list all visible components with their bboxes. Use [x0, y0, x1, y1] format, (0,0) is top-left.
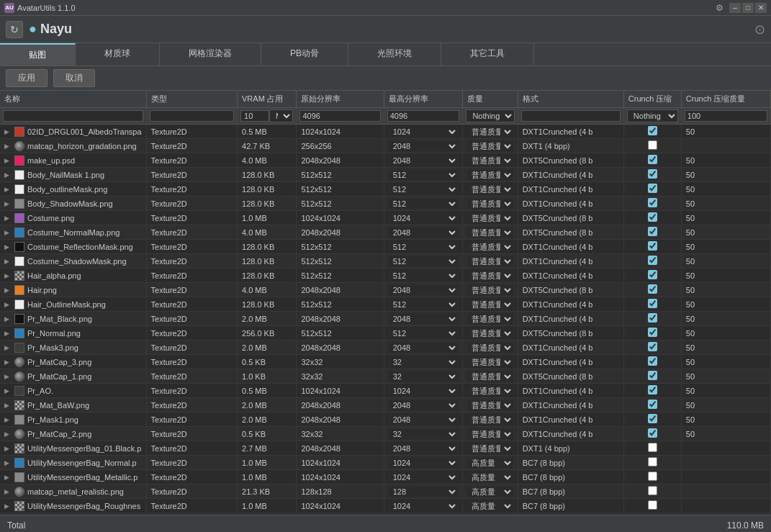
cell-max-res[interactable]: 3264128256512102420484096 — [384, 153, 463, 168]
quality-select[interactable]: 普通质量高质量低质量 — [467, 285, 513, 295]
table-row[interactable]: ▶Hair_alpha.pngTexture2D128.0 KB512x5123… — [0, 269, 771, 283]
crunch-checkbox[interactable] — [648, 140, 657, 150]
minimize-button[interactable]: – — [729, 3, 741, 13]
cell-max-res[interactable]: 3264128256512102420484096 — [384, 484, 463, 499]
cell-max-res[interactable]: 3264128256512102420484096 — [384, 427, 463, 441]
max-res-select[interactable]: 3264128256512102420484096 — [389, 314, 459, 324]
cell-quality[interactable]: 普通质量高质量低质量 — [463, 326, 518, 341]
table-row[interactable]: ▶UtilityMessengerBag_01.Black.pTexture2D… — [0, 441, 771, 456]
table-row[interactable]: ▶Pr_MatCap_2.pngTexture2D0.5 KB32x323264… — [0, 427, 771, 441]
max-res-select[interactable]: 3264128256512102420484096 — [389, 501, 459, 511]
filter-name[interactable] — [0, 108, 146, 125]
table-row[interactable]: ▶UtilityMessengerBag_Normal.pTexture2D1.… — [0, 456, 771, 470]
quality-select[interactable]: 普通质量高质量低质量 — [467, 184, 513, 194]
cell-quality[interactable]: 普通质量高质量低质量 — [463, 211, 518, 225]
cell-max-res[interactable]: 3264128256512102420484096 — [384, 398, 463, 412]
crunch-checkbox[interactable] — [648, 198, 657, 207]
cell-max-res[interactable]: 3264128256512102420484096 — [384, 456, 463, 470]
close-button[interactable]: ✕ — [755, 3, 767, 13]
cell-crunch[interactable] — [623, 182, 681, 197]
expand-arrow[interactable]: ▶ — [4, 157, 12, 164]
cell-crunch[interactable] — [623, 297, 681, 312]
filter-crunch[interactable]: NothingCrunch — [623, 108, 681, 125]
expand-arrow[interactable]: ▶ — [4, 430, 12, 438]
crunch-checkbox[interactable] — [648, 356, 657, 366]
cell-quality[interactable]: 普通质量高质量低质量 — [463, 456, 518, 470]
max-res-select[interactable]: 3264128256512102420484096 — [389, 155, 459, 166]
cell-quality[interactable]: 普通质量高质量低质量 — [463, 153, 518, 168]
quality-select[interactable]: 普通质量高质量低质量 — [467, 242, 513, 252]
cell-quality[interactable]: 普通质量高质量低质量 — [463, 297, 518, 312]
cell-max-res[interactable]: 3264128256512102420484096 — [384, 125, 463, 139]
max-res-select[interactable]: 3264128256512102420484096 — [389, 472, 459, 482]
expand-arrow[interactable]: ▶ — [4, 315, 12, 323]
table-row[interactable]: ▶UtilityMessengerBag_Metallic.pTexture2D… — [0, 470, 771, 484]
expand-arrow[interactable]: ▶ — [4, 474, 12, 481]
expand-arrow[interactable]: ▶ — [4, 258, 12, 265]
table-row[interactable]: ▶Costume_ShadowMask.pngTexture2D128.0 KB… — [0, 254, 771, 269]
crunch-checkbox[interactable] — [648, 256, 657, 265]
tab-材质球[interactable]: 材质球 — [76, 43, 160, 66]
cell-quality[interactable]: 普通质量高质量低质量 — [463, 182, 518, 197]
cell-quality[interactable]: 普通质量高质量低质量 — [463, 369, 518, 384]
table-row[interactable]: ▶Pr_Mat_BaW.pngTexture2D2.0 MB2048x20483… — [0, 398, 771, 412]
cell-max-res[interactable]: 3264128256512102420484096 — [384, 139, 463, 153]
cell-max-res[interactable]: 3264128256512102420484096 — [384, 384, 463, 398]
max-res-select[interactable]: 3264128256512102420484096 — [389, 343, 459, 353]
table-row[interactable]: ▶UtilityMessengerBag_RoughnesTexture2D1.… — [0, 499, 771, 513]
cell-quality[interactable]: 普通质量高质量低质量 — [463, 398, 518, 412]
tab-其它工具[interactable]: 其它工具 — [441, 43, 534, 66]
cell-crunch[interactable] — [623, 456, 681, 470]
crunch-checkbox[interactable] — [648, 472, 657, 481]
expand-arrow[interactable]: ▶ — [4, 215, 12, 222]
more-options-icon[interactable]: ⊙ — [754, 22, 765, 37]
cell-crunch[interactable] — [623, 427, 681, 441]
cell-max-res[interactable]: 3264128256512102420484096 — [384, 297, 463, 312]
cell-max-res[interactable]: 3264128256512102420484096 — [384, 470, 463, 484]
table-row[interactable]: ▶Costume_ReflectionMask.pngTexture2D128.… — [0, 240, 771, 254]
quality-select[interactable]: 普通质量高质量低质量 — [467, 256, 513, 266]
max-res-select[interactable]: 3264128256512102420484096 — [389, 386, 459, 396]
max-res-select[interactable]: 3264128256512102420484096 — [389, 127, 459, 137]
table-row[interactable]: ▶Hair_OutlineMask.pngTexture2D128.0 KB51… — [0, 297, 771, 312]
quality-select[interactable]: 普通质量高质量低质量 — [467, 400, 513, 410]
cell-quality[interactable]: 普通质量高质量低质量 — [463, 441, 518, 456]
cell-max-res[interactable]: 3264128256512102420484096 — [384, 182, 463, 197]
crunch-checkbox[interactable] — [648, 486, 657, 495]
quality-select[interactable]: 普通质量高质量低质量 — [467, 213, 513, 223]
cell-crunch[interactable] — [623, 225, 681, 240]
max-res-select[interactable]: 3264128256512102420484096 — [389, 400, 459, 410]
cell-max-res[interactable]: 3264128256512102420484096 — [384, 326, 463, 341]
cell-quality[interactable]: 普通质量高质量低质量 — [463, 470, 518, 484]
crunch-checkbox[interactable] — [648, 457, 657, 466]
cell-max-res[interactable]: 3264128256512102420484096 — [384, 355, 463, 369]
tab-光照环境[interactable]: 光照环境 — [348, 43, 441, 66]
apply-button[interactable]: 应用 — [6, 69, 48, 87]
filter-row[interactable]: MBKBNothing普通质量高质量低质量NothingCrunch — [0, 108, 771, 125]
crunch-checkbox[interactable] — [648, 184, 657, 193]
cancel-button[interactable]: 取消 — [53, 69, 95, 87]
crunch-checkbox[interactable] — [648, 126, 657, 135]
expand-arrow[interactable]: ▶ — [4, 243, 12, 251]
filter-vram[interactable]: MBKB — [238, 108, 297, 125]
cell-quality[interactable]: 普通质量高质量低质量 — [463, 125, 518, 139]
quality-select[interactable]: 普通质量高质量低质量 — [467, 487, 513, 497]
expand-arrow[interactable]: ▶ — [4, 301, 12, 308]
crunch-checkbox[interactable] — [648, 169, 657, 179]
cell-crunch[interactable] — [623, 125, 681, 139]
quality-select[interactable]: 普通质量高质量低质量 — [467, 314, 513, 324]
max-res-select[interactable]: 3264128256512102420484096 — [389, 213, 459, 223]
cell-max-res[interactable]: 3264128256512102420484096 — [384, 254, 463, 269]
cell-quality[interactable]: 普通质量高质量低质量 — [463, 139, 518, 153]
table-row[interactable]: ▶matcap_horizon_gradation.pngTexture2D42… — [0, 139, 771, 153]
quality-select[interactable]: 普通质量高质量低质量 — [467, 458, 513, 468]
table-row[interactable]: ▶Pr_Mask3.pngTexture2D2.0 MB2048x2048326… — [0, 341, 771, 355]
expand-arrow[interactable]: ▶ — [4, 229, 12, 236]
cell-max-res[interactable]: 3264128256512102420484096 — [384, 197, 463, 211]
quality-select[interactable]: 普通质量高质量低质量 — [467, 472, 513, 482]
max-res-select[interactable]: 3264128256512102420484096 — [389, 443, 459, 454]
filter-format[interactable] — [518, 108, 623, 125]
cell-quality[interactable]: 普通质量高质量低质量 — [463, 427, 518, 441]
cell-quality[interactable]: 普通质量高质量低质量 — [463, 341, 518, 355]
cell-quality[interactable]: 普通质量高质量低质量 — [463, 197, 518, 211]
